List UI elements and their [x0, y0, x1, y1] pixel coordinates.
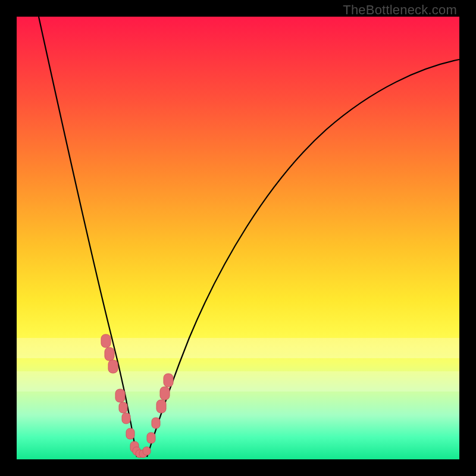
marker [160, 387, 170, 400]
marker [119, 402, 127, 413]
marker [147, 433, 155, 443]
marker [152, 418, 160, 428]
marker-group [101, 334, 173, 458]
marker [101, 334, 111, 347]
marker [122, 413, 130, 424]
marker [126, 428, 134, 439]
marker [156, 400, 166, 413]
attribution-label: TheBottleneck.com [343, 2, 457, 18]
marker [164, 374, 173, 387]
curve-layer [17, 17, 459, 459]
plot-area [17, 17, 459, 459]
marker [143, 447, 151, 455]
curve-right-branch [147, 60, 459, 457]
marker [115, 389, 125, 402]
chart-frame: TheBottleneck.com [0, 0, 476, 476]
marker [108, 360, 118, 373]
marker [105, 347, 114, 361]
